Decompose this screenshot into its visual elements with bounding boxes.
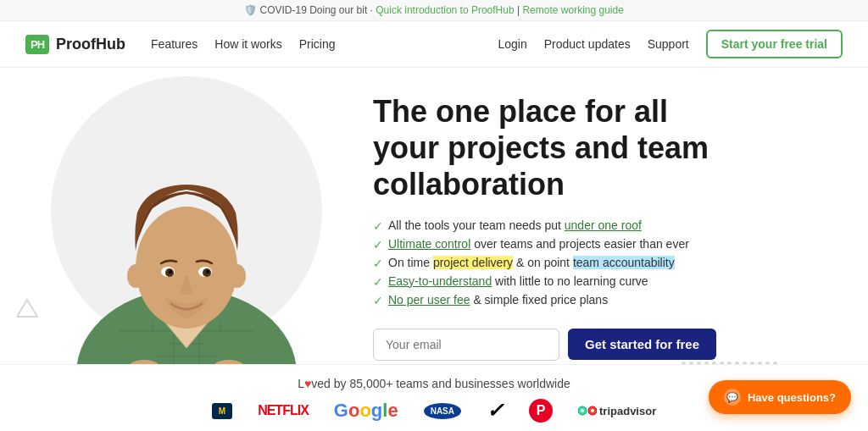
chat-icon: 💬 bbox=[724, 389, 741, 406]
svg-point-24 bbox=[591, 409, 594, 412]
svg-point-16 bbox=[127, 264, 144, 288]
svg-point-15 bbox=[206, 270, 209, 274]
feature-item-3: ✓ On time project delivery & on point te… bbox=[373, 256, 834, 270]
email-input[interactable] bbox=[373, 329, 559, 361]
svg-point-23 bbox=[581, 409, 584, 412]
start-trial-button[interactable]: Start your free trial bbox=[706, 30, 843, 58]
nav-features[interactable]: Features bbox=[151, 37, 198, 51]
logo-link[interactable]: PH ProofHub bbox=[25, 35, 125, 54]
logo-icon: PH bbox=[25, 35, 49, 54]
banner-link2[interactable]: Remote working guide bbox=[522, 4, 623, 16]
nav-pricing[interactable]: Pricing bbox=[299, 37, 336, 51]
nike-logo: ✓ bbox=[487, 399, 504, 423]
pinterest-logo: P bbox=[529, 399, 553, 423]
get-started-button[interactable]: Get started for free bbox=[568, 329, 716, 360]
heart-icon: ♥ bbox=[304, 377, 311, 390]
login-link[interactable]: Login bbox=[498, 37, 526, 51]
check-icon-1: ✓ bbox=[373, 219, 383, 233]
main-nav: Features How it works Pricing bbox=[151, 36, 335, 52]
chat-label: Have questions? bbox=[748, 391, 836, 404]
feature-item-1: ✓ All the tools your team needs put unde… bbox=[373, 218, 834, 233]
check-icon-2: ✓ bbox=[373, 238, 383, 251]
michigan-logo: M bbox=[212, 403, 232, 419]
support-link[interactable]: Support bbox=[648, 37, 689, 51]
email-form: Get started for free bbox=[373, 329, 834, 361]
hero-title: The one place for all your projects and … bbox=[373, 93, 834, 203]
netflix-logo: NETFLIX bbox=[258, 403, 309, 418]
google-logo: Google bbox=[334, 400, 398, 422]
nav-how-it-works[interactable]: How it works bbox=[214, 37, 281, 51]
triangle-decoration bbox=[17, 298, 38, 323]
feature-item-4: ✓ Easy-to-understand with little to no l… bbox=[373, 274, 834, 289]
svg-marker-20 bbox=[17, 300, 37, 317]
tripadvisor-logo: tripadvisor bbox=[578, 405, 656, 417]
product-updates-link[interactable]: Product updates bbox=[544, 37, 631, 51]
nasa-logo: NASA bbox=[424, 403, 461, 419]
feature-list: ✓ All the tools your team needs put unde… bbox=[373, 218, 834, 312]
feature-item-2: ✓ Ultimate control over teams and projec… bbox=[373, 237, 834, 251]
logo-text: ProofHub bbox=[56, 36, 125, 53]
svg-point-14 bbox=[169, 270, 172, 274]
banner-text: 🛡️ COVID-19 Doing our bit · Quick introd… bbox=[244, 4, 624, 16]
check-icon-5: ✓ bbox=[373, 294, 383, 307]
check-icon-3: ✓ bbox=[373, 257, 383, 270]
banner-link1[interactable]: Quick introduction to ProofHub bbox=[376, 4, 514, 16]
site-header: PH ProofHub Features How it works Pricin… bbox=[0, 21, 868, 68]
header-right: Login Product updates Support Start your… bbox=[498, 30, 843, 58]
covid-banner: 🛡️ COVID-19 Doing our bit · Quick introd… bbox=[0, 0, 868, 21]
chat-button[interactable]: 💬 Have questions? bbox=[709, 380, 851, 414]
svg-point-17 bbox=[229, 264, 246, 288]
feature-item-5: ✓ No per user fee & simple fixed price p… bbox=[373, 293, 834, 307]
check-icon-4: ✓ bbox=[373, 275, 383, 289]
